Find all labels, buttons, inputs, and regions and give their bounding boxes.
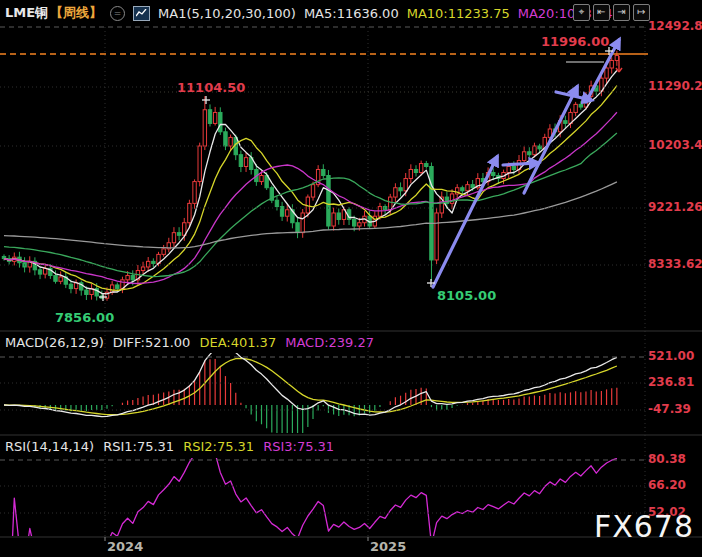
axis-label: 10203.44 [648, 138, 702, 152]
zoom-x-icon[interactable]: ⇤ [593, 4, 610, 21]
link-icon[interactable]: = [110, 6, 125, 21]
ma5-value-label: MA5:11636.00 [304, 6, 399, 21]
axis-label: 8333.62 [648, 257, 702, 271]
timeframe-label: 【周线】 [50, 4, 102, 22]
axis-label: 11290.24 [648, 79, 702, 93]
rsi1-value-label: RSI1:75.31 [103, 439, 174, 454]
macd-diff-label: DIFF:521.00 [113, 335, 191, 350]
price-chart-canvas[interactable] [0, 0, 702, 557]
ma10-value-label: MA10:11233.75 [407, 6, 510, 21]
price-label: 8105.00 [437, 288, 496, 303]
axis-label: -47.39 [648, 402, 702, 416]
rsi3-value-label: RSI3:75.31 [263, 439, 334, 454]
rsi-params-label: RSI(14,14,14) [5, 439, 94, 454]
price-label: 7856.00 [55, 310, 114, 325]
rsi2-value-label: RSI2:75.31 [183, 439, 254, 454]
axis-label: 80.38 [648, 452, 702, 466]
rsi-panel-header: RSI(14,14,14) RSI1:75.31 RSI2:75.31 RSI3… [5, 439, 334, 454]
symbol-label: LME铜 [5, 4, 48, 22]
axis-label: 66.20 [648, 478, 702, 492]
price-label: 11104.50 [177, 80, 245, 95]
axis-label: 521.00 [648, 349, 702, 363]
price-label: 11996.00 [541, 34, 609, 49]
macd-panel-header: MACD(26,12,9) DIFF:521.00 DEA:401.37 MAC… [5, 335, 374, 350]
zoom-y-icon[interactable]: ⇥ [613, 4, 630, 21]
chart-toolbar: ⌖⇤⇥↦ [573, 4, 650, 21]
pan-right-icon[interactable]: ↦ [633, 4, 650, 21]
axis-label: 236.81 [648, 375, 702, 389]
chart-type-icon[interactable] [133, 6, 150, 21]
watermark: FX678 [594, 509, 694, 544]
macd-params-label: MACD(26,12,9) [5, 335, 104, 350]
trading-chart-app: LME铜 【周线】 = MA1(5,10,20,30,100) MA5:1163… [0, 0, 702, 557]
macd-dea-label: DEA:401.37 [199, 335, 276, 350]
year-label: 2024 [107, 539, 143, 554]
year-label: 2025 [370, 539, 406, 554]
axis-label: 9221.26 [648, 200, 702, 214]
crosshair-icon[interactable]: ⌖ [573, 4, 590, 21]
ma-settings-label: MA1(5,10,20,30,100) [158, 6, 296, 21]
macd-value-label: MACD:239.27 [285, 335, 374, 350]
